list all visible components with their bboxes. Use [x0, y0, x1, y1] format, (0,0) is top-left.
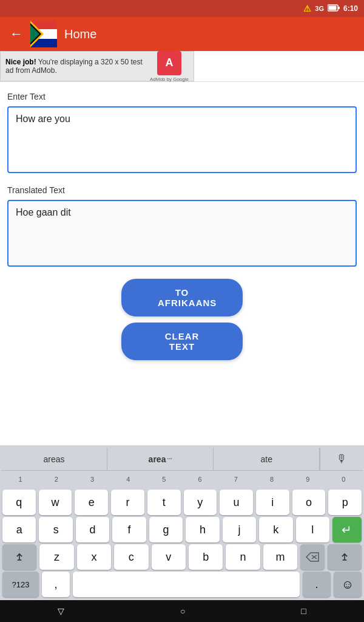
- key-k[interactable]: k: [259, 517, 292, 542]
- asdf-row: a s d f g h j k l ↵: [2, 517, 362, 542]
- num-1[interactable]: 1: [2, 476, 38, 483]
- translated-text-area: Hoe gaan dit: [7, 200, 357, 267]
- autocomplete-cell-1[interactable]: areas: [1, 448, 107, 470]
- input-label: Enter Text: [7, 92, 357, 101]
- sym-key[interactable]: ?123: [2, 572, 39, 597]
- key-d[interactable]: d: [76, 517, 109, 542]
- admob-logo: A: [157, 51, 181, 75]
- translated-label: Translated Text: [7, 185, 357, 195]
- key-v[interactable]: v: [152, 544, 186, 570]
- autocomplete-cell-3[interactable]: ate: [214, 448, 320, 470]
- key-r[interactable]: r: [111, 490, 144, 515]
- status-bar: ⚠ 3G 6:10: [0, 0, 364, 17]
- key-w[interactable]: w: [39, 490, 72, 515]
- shift-key[interactable]: [2, 544, 36, 570]
- alert-icon: ⚠: [303, 4, 311, 13]
- key-j[interactable]: j: [223, 517, 256, 542]
- key-b[interactable]: b: [189, 544, 223, 570]
- key-y[interactable]: y: [184, 490, 217, 515]
- key-o[interactable]: o: [292, 490, 326, 515]
- keyboard: areas area ··· ate 🎙 1 2 3 4 5 6 7 8 9 0…: [0, 445, 364, 600]
- num-5[interactable]: 5: [146, 476, 182, 483]
- app-title: Home: [64, 27, 96, 41]
- key-q[interactable]: q: [2, 490, 36, 515]
- key-c[interactable]: c: [114, 544, 148, 570]
- key-u[interactable]: u: [220, 490, 253, 515]
- autocomplete-cell-2[interactable]: area ···: [107, 448, 214, 470]
- key-i[interactable]: i: [256, 490, 289, 515]
- shift-key-right[interactable]: [328, 544, 362, 570]
- clear-button[interactable]: CLEAR TEXT: [121, 323, 243, 360]
- mic-icon: 🎙: [336, 453, 347, 465]
- autocomplete-row: areas area ··· ate 🎙: [1, 448, 363, 471]
- key-g[interactable]: g: [149, 517, 183, 542]
- system-nav-bar: ▽ ○ □: [0, 600, 364, 622]
- input-text-area[interactable]: How are you: [7, 106, 357, 173]
- bottom-key-row: ?123 , . ☺: [2, 572, 362, 597]
- main-content: Enter Text How are you Translated Text H…: [0, 82, 364, 445]
- key-n[interactable]: n: [226, 544, 260, 570]
- emoji-key[interactable]: ☺: [334, 572, 362, 597]
- key-e[interactable]: e: [75, 490, 108, 515]
- qwerty-row: q w e r t y u i o p: [2, 490, 362, 515]
- num-8[interactable]: 8: [254, 476, 289, 483]
- battery-icon: [328, 4, 340, 13]
- key-h[interactable]: h: [186, 517, 219, 542]
- nav-home-button[interactable]: ○: [180, 606, 185, 616]
- key-z[interactable]: z: [39, 544, 73, 570]
- app-logo: [30, 21, 57, 47]
- key-x[interactable]: x: [77, 544, 111, 570]
- num-2[interactable]: 2: [38, 476, 74, 483]
- num-0[interactable]: 0: [326, 476, 362, 483]
- time-display: 6:10: [343, 4, 358, 13]
- num-6[interactable]: 6: [182, 476, 218, 483]
- enter-key[interactable]: ↵: [332, 517, 362, 542]
- svg-rect-1: [338, 7, 340, 9]
- key-p[interactable]: p: [328, 490, 362, 515]
- ad-sub-text: AdMob by Google: [150, 77, 189, 82]
- back-button[interactable]: ←: [10, 26, 23, 42]
- mic-button[interactable]: 🎙: [320, 448, 363, 470]
- app-bar: ← Home: [0, 17, 364, 51]
- buttons-container: TO AFRIKAANS CLEAR TEXT: [7, 279, 357, 360]
- comma-key[interactable]: ,: [42, 572, 70, 597]
- period-key[interactable]: .: [303, 572, 331, 597]
- key-l[interactable]: l: [296, 517, 329, 542]
- num-4[interactable]: 4: [110, 476, 146, 483]
- key-f[interactable]: f: [112, 517, 146, 542]
- space-key[interactable]: [73, 572, 300, 597]
- zxcv-row: z x c v b n m: [2, 544, 362, 570]
- num-7[interactable]: 7: [218, 476, 254, 483]
- nav-recent-button[interactable]: □: [301, 606, 306, 616]
- key-a[interactable]: a: [2, 517, 36, 542]
- ad-text: Nice job! You're displaying a 320 x 50 t…: [5, 58, 145, 75]
- ad-banner: Nice job! You're displaying a 320 x 50 t…: [0, 51, 364, 82]
- num-9[interactable]: 9: [290, 476, 326, 483]
- backspace-icon: [306, 552, 319, 562]
- key-t[interactable]: t: [147, 490, 181, 515]
- shift-icon: [13, 551, 25, 563]
- number-row: 1 2 3 4 5 6 7 8 9 0: [1, 471, 363, 488]
- translate-button[interactable]: TO AFRIKAANS: [121, 279, 243, 316]
- shift-right-icon: [339, 551, 351, 563]
- num-3[interactable]: 3: [74, 476, 110, 483]
- backspace-key[interactable]: [300, 544, 324, 570]
- svg-rect-2: [328, 5, 336, 10]
- key-s[interactable]: s: [39, 517, 72, 542]
- nav-back-button[interactable]: ▽: [58, 606, 64, 616]
- signal-indicator: 3G: [315, 5, 324, 12]
- key-m[interactable]: m: [263, 544, 297, 570]
